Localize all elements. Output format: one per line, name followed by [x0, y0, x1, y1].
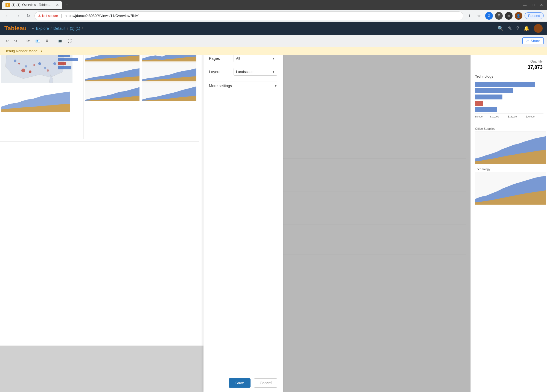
bookmark-icon[interactable]: ☆: [475, 12, 483, 20]
right-area-1: [475, 131, 546, 164]
share-icon: ↗: [526, 39, 529, 43]
breadcrumb: ← Explore / Default / (1) (1) /: [31, 26, 84, 31]
right-bar-svg: $5,000 $10,000 $15,000 $20,000: [475, 81, 546, 122]
extension-icon-3[interactable]: ⊞: [505, 12, 513, 20]
close-button[interactable]: ✕: [538, 3, 545, 7]
extension-icon-1[interactable]: G: [485, 12, 493, 20]
mini-area-svg: [1, 85, 70, 112]
reset-button[interactable]: ⟳: [24, 38, 32, 44]
layout-select-wrap: Landscape ▼: [234, 68, 277, 76]
minimize-button[interactable]: —: [521, 3, 528, 7]
mini-chart-2: [142, 55, 196, 61]
dialog-body: Destination 📄 Save as PDF ▼ Pag: [203, 55, 283, 210]
right-area-charts: Office Supplies Technology: [475, 127, 543, 206]
pages-field-label: Pages: [209, 56, 220, 61]
svg-text:$15,000: $15,000: [508, 115, 517, 118]
save-button[interactable]: Save: [229, 378, 251, 388]
notification-icon[interactable]: 🔔: [523, 25, 529, 31]
back-button[interactable]: ←: [3, 12, 11, 20]
undo-button[interactable]: ↩: [3, 38, 11, 44]
mini-preview: Executive Overview - Profitability (All)…: [0, 55, 199, 142]
layout-row: Layout Landscape ▼: [209, 68, 277, 76]
svg-point-17: [25, 65, 27, 67]
user-avatar[interactable]: [534, 24, 543, 33]
svg-point-15: [14, 60, 16, 62]
profile-button[interactable]: Paused: [525, 12, 544, 19]
preview-grey-area: [0, 346, 203, 392]
svg-point-21: [29, 70, 31, 73]
technology-chart-label: Technology: [475, 167, 543, 171]
debug-text: Debug Render Mode: B: [4, 49, 42, 53]
share-button[interactable]: ↗ Share: [522, 37, 544, 44]
default-link[interactable]: Default: [53, 26, 65, 31]
layout-select[interactable]: Landscape: [234, 68, 277, 76]
svg-point-20: [44, 67, 46, 69]
profile-icon[interactable]: 👤: [515, 12, 522, 20]
share-icon[interactable]: ⬆: [465, 12, 473, 20]
svg-point-16: [18, 63, 20, 64]
mini-chart-5: [85, 82, 139, 101]
mini-left: Sales by Geography: [0, 55, 84, 139]
share-label: Share: [531, 39, 540, 43]
window-controls: — □ ✕: [521, 3, 545, 7]
mini-chart-6: [142, 82, 196, 101]
tableau-logo: Tableau: [4, 25, 27, 32]
svg-rect-39: [475, 101, 483, 106]
subscribe-button[interactable]: 📧: [33, 38, 42, 44]
svg-point-18: [33, 64, 35, 66]
refresh-button[interactable]: ↻: [24, 12, 32, 20]
forward-button[interactable]: →: [14, 12, 22, 20]
browser-nav: ← → ↻ ⚠ Not secure | https://jdance2:808…: [0, 10, 547, 22]
explore-link[interactable]: Explore: [36, 26, 49, 31]
pages-select-wrap: All ▼: [234, 55, 277, 62]
extension-icon-2[interactable]: E: [495, 12, 503, 20]
svg-rect-38: [475, 95, 502, 99]
fullscreen-button[interactable]: ⛶: [66, 38, 74, 44]
device-button[interactable]: 💻: [56, 38, 65, 44]
dialog-spacer: [203, 210, 283, 374]
back-arrow[interactable]: ←: [31, 26, 35, 31]
right-quantity-value: 37,873: [475, 64, 543, 70]
restore-button[interactable]: □: [531, 3, 536, 7]
right-quantity-label: Quantity: [475, 60, 543, 63]
search-icon[interactable]: 🔍: [497, 25, 504, 31]
mini-area-bottom: [1, 85, 82, 113]
mini-chart-4: [142, 62, 196, 81]
tab-favicon: T: [5, 3, 10, 7]
mini-charts-grid: [85, 55, 198, 101]
print-preview-panel: Executive Overview - Profitability (All)…: [0, 55, 203, 392]
svg-point-22: [21, 69, 25, 72]
warning-icon: ⚠: [38, 14, 41, 18]
browser-tab[interactable]: T (1) (1): Overview - Tableau Server ✕: [2, 1, 62, 9]
mini-right: Office Supplies Furniture: [84, 55, 199, 139]
svg-rect-40: [475, 107, 497, 112]
print-overlay-container: Executive Overview - Profitability (All)…: [0, 55, 470, 392]
workbook-link[interactable]: (1) (1): [70, 26, 80, 31]
svg-rect-28: [58, 62, 66, 65]
mini-body: Sales by Geography: [0, 55, 199, 139]
browser-chrome: T (1) (1): Overview - Tableau Server ✕ +…: [0, 0, 547, 22]
download-button[interactable]: ⬇: [43, 38, 51, 44]
right-area-2: [475, 172, 546, 205]
pages-select[interactable]: All: [234, 55, 277, 62]
debug-bar: Debug Render Mode: B: [0, 47, 547, 55]
mini-chart-3: [85, 62, 139, 81]
redo-button[interactable]: ↪: [12, 38, 20, 44]
svg-text:$5,000: $5,000: [475, 115, 483, 118]
technology-label: Technology: [475, 75, 543, 78]
edit-icon[interactable]: ✎: [508, 25, 512, 31]
dialog-footer: Save Cancel: [203, 374, 283, 392]
address-bar[interactable]: ⚠ Not secure | https://jdance2:8080/#/vi…: [34, 11, 463, 20]
help-icon[interactable]: ?: [516, 26, 519, 31]
cancel-button[interactable]: Cancel: [254, 378, 277, 388]
svg-point-23: [47, 69, 49, 72]
pages-row: Pages All ▼: [209, 55, 277, 62]
new-tab-button[interactable]: +: [63, 2, 71, 8]
url-text[interactable]: https://jdance2:8080/#/views/11/Overview…: [65, 14, 460, 18]
tab-close-button[interactable]: ✕: [56, 3, 59, 7]
more-settings-row[interactable]: More settings ▼: [209, 81, 277, 90]
right-bar-chart: $5,000 $10,000 $15,000 $20,000: [475, 81, 543, 123]
mini-bar-charts: Furniture: [58, 55, 82, 71]
profile-label: Paused: [528, 14, 540, 18]
svg-rect-27: [58, 58, 78, 61]
